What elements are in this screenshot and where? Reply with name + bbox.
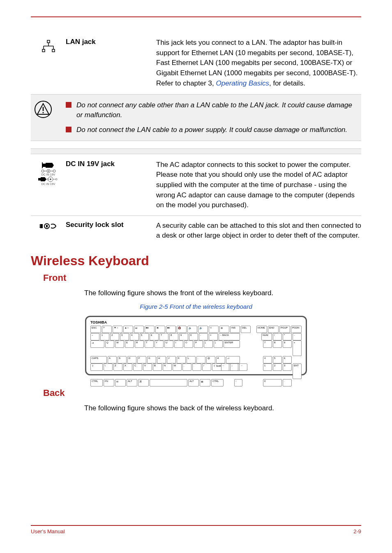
warning-item-2: Do not connect the LAN cable to a power … xyxy=(66,125,355,135)
security-lock-icon xyxy=(39,222,58,230)
svg-rect-20 xyxy=(38,178,41,180)
dc-plug-icon xyxy=(42,162,55,169)
svg-point-17 xyxy=(48,170,49,171)
lan-description: This jack lets you connect to a LAN. The… xyxy=(156,38,361,88)
dc-plug-icon-2 xyxy=(38,176,59,183)
gray-spacer xyxy=(31,148,361,154)
warning-triangle-icon xyxy=(34,100,52,118)
lan-desc-text-2: , for details. xyxy=(269,79,305,87)
dc-label-2: DC IN 19V xyxy=(42,183,55,186)
svg-point-25 xyxy=(55,178,57,180)
dc-jack-row: DC IN 19V DC IN 19V DC IN 19V jack The A… xyxy=(31,160,361,211)
svg-rect-5 xyxy=(42,49,45,52)
keyboard-brand: TOSHIBA xyxy=(90,320,302,324)
dc-label: DC IN 19V jack xyxy=(66,160,156,168)
page-footer: User's Manual 2-9 xyxy=(31,525,361,534)
warning-text-1: Do not connect any cable other than a LA… xyxy=(76,100,355,120)
lan-icon-col xyxy=(31,38,66,54)
warning-content: Do not connect any cable other than a LA… xyxy=(66,100,355,134)
divider xyxy=(31,215,361,216)
dc-polarity-icon-1 xyxy=(40,169,57,173)
svg-rect-0 xyxy=(47,40,50,43)
lock-label: Security lock slot xyxy=(66,221,156,229)
warning-bullet-icon xyxy=(66,127,71,132)
back-body-text: The following figure shows the back of t… xyxy=(84,403,361,413)
kb-func-row: ESC ? ▼☼ ▲☼ ⊞ ⏮ ⏯ ⏭ 🔇 🔉 🔊 ᯤ ⚙ INS DEL HO… xyxy=(90,326,302,333)
dc-icon-col: DC IN 19V DC IN 19V xyxy=(31,160,66,186)
kb-zxcv-row: ⇧ \ Z X C V B N M , . / ⇧ SHIFT 1 2 3 EN… xyxy=(90,363,302,379)
lock-slot-row: Security lock slot A security cable can … xyxy=(31,221,361,241)
keyboard-figure: TOSHIBA ESC ? ▼☼ ▲☼ ⊞ ⏮ ⏯ ⏭ 🔇 🔉 🔊 ᯤ ⚙ IN… xyxy=(85,316,307,375)
warning-icon-col xyxy=(31,100,66,134)
warning-item-1: Do not connect any cable other than a LA… xyxy=(66,100,355,120)
dc-description: The AC adaptor connects to this socket t… xyxy=(156,160,361,211)
back-subheading: Back xyxy=(43,388,361,398)
lock-description: A security cable can be attached to this… xyxy=(156,221,361,241)
front-body-text: The following figure shows the front of … xyxy=(84,288,361,298)
svg-marker-21 xyxy=(41,177,46,181)
svg-rect-27 xyxy=(40,224,43,228)
dc-label-1: DC IN 19V xyxy=(42,173,55,176)
svg-point-23 xyxy=(50,178,51,180)
svg-rect-11 xyxy=(42,164,46,167)
svg-point-19 xyxy=(53,170,55,172)
svg-rect-32 xyxy=(46,225,48,227)
front-subheading: Front xyxy=(43,273,361,283)
lock-icon-col xyxy=(31,221,66,230)
kb-num-row: ~ 1 2 3 4 5 6 7 8 9 0 - = ←BACK NUM / * … xyxy=(90,333,302,340)
svg-point-14 xyxy=(42,170,44,172)
top-rule xyxy=(31,16,361,17)
svg-rect-6 xyxy=(52,49,55,52)
kb-qwerty-row: ⇥ Q W E R T Y U I O P [ ] ENTER 7 8 9 + xyxy=(90,340,302,356)
kb-arrow-cluster: ← ↓ → xyxy=(221,363,247,371)
figure-caption: Figure 2-5 Front of the wireless keyboar… xyxy=(31,303,361,310)
operating-basics-link[interactable]: Operating Basics xyxy=(216,79,269,87)
lan-label: LAN jack xyxy=(66,38,156,46)
wireless-keyboard-heading: Wireless Keyboard xyxy=(31,253,361,268)
svg-marker-12 xyxy=(46,163,54,168)
warning-box: Do not connect any cable other than a LA… xyxy=(31,94,361,141)
lan-icon xyxy=(41,39,56,54)
svg-point-10 xyxy=(42,112,44,113)
lan-jack-row: LAN jack This jack lets you connect to a… xyxy=(31,38,361,88)
warning-bullet-icon xyxy=(66,102,71,108)
footer-right: 2-9 xyxy=(353,528,361,534)
warning-text-2: Do not connect the LAN cable to a power … xyxy=(76,125,347,135)
footer-left: User's Manual xyxy=(31,528,65,534)
